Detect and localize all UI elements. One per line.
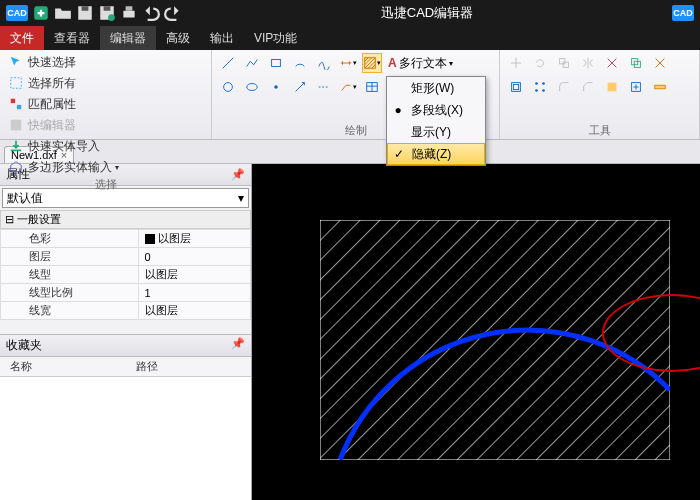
- drawing-canvas[interactable]: [252, 164, 700, 500]
- save-icon[interactable]: [76, 4, 94, 22]
- tool-fillet: [554, 77, 574, 97]
- group-label-tools: 工具: [506, 123, 693, 137]
- tool-point[interactable]: [266, 77, 286, 97]
- tool-line[interactable]: [218, 53, 238, 73]
- svg-rect-9: [11, 98, 15, 102]
- tool-dim[interactable]: ▾: [338, 53, 358, 73]
- prop-row-layer[interactable]: 图层0: [1, 248, 251, 266]
- cmd-match-props[interactable]: 匹配属性: [6, 95, 122, 114]
- svg-point-18: [274, 85, 278, 89]
- tool-chamfer: [578, 77, 598, 97]
- title-bar: CAD 迅捷CAD编辑器 CAD: [0, 0, 700, 26]
- svg-point-16: [224, 83, 233, 92]
- svg-rect-32: [655, 85, 666, 89]
- open-icon[interactable]: [54, 4, 72, 22]
- pin-icon[interactable]: 📌: [231, 168, 245, 181]
- svg-rect-10: [17, 104, 21, 108]
- dd-show[interactable]: 显示(Y): [387, 121, 485, 143]
- tool-block[interactable]: [602, 77, 622, 97]
- tool-table[interactable]: [362, 77, 382, 97]
- tool-move: [506, 53, 526, 73]
- svg-point-17: [247, 84, 258, 91]
- select-all-icon: [9, 76, 25, 92]
- dd-polyline[interactable]: ●多段线(X): [387, 99, 485, 121]
- menu-vip[interactable]: VIP功能: [244, 26, 307, 50]
- menu-editor[interactable]: 编辑器: [100, 26, 156, 50]
- editor-icon: [9, 118, 25, 134]
- new-icon[interactable]: [32, 4, 50, 22]
- tool-measure[interactable]: [650, 77, 670, 97]
- tool-leader[interactable]: ▾: [338, 77, 358, 97]
- fav-col-name[interactable]: 名称: [0, 357, 126, 376]
- fav-col-path[interactable]: 路径: [126, 357, 252, 376]
- tool-xline[interactable]: [314, 77, 334, 97]
- undo-icon[interactable]: [142, 4, 160, 22]
- svg-point-28: [535, 89, 538, 92]
- svg-rect-20: [560, 59, 565, 64]
- menu-viewer[interactable]: 查看器: [44, 26, 100, 50]
- svg-point-5: [108, 14, 115, 21]
- cmd-quick-select[interactable]: 快速选择: [6, 53, 122, 72]
- prop-row-color[interactable]: 色彩以图层: [1, 230, 251, 248]
- ribbon: 快速选择 选择所有 匹配属性 快编辑器 快速实体导入 多边形实体输入▾ 选择 ▾…: [0, 50, 700, 140]
- match-icon: [9, 97, 25, 113]
- svg-rect-2: [82, 6, 89, 11]
- menu-output[interactable]: 输出: [200, 26, 244, 50]
- app-logo-icon: CAD: [6, 5, 28, 21]
- tool-circle[interactable]: [218, 77, 238, 97]
- favorites-columns: 名称 路径: [0, 357, 251, 377]
- polygon-icon: [9, 160, 25, 176]
- hatch-dropdown: 矩形(W) ●多段线(X) 显示(Y) ✓隐藏(Z): [386, 76, 486, 166]
- print-icon[interactable]: [120, 4, 138, 22]
- prop-section[interactable]: ⊟ 一般设置: [0, 210, 251, 229]
- svg-point-26: [535, 82, 538, 85]
- redo-icon[interactable]: [164, 4, 182, 22]
- tool-spline[interactable]: [314, 53, 334, 73]
- tool-copy[interactable]: [626, 53, 646, 73]
- import-icon: [9, 139, 25, 155]
- cmd-quick-import[interactable]: 快速实体导入: [6, 137, 122, 156]
- tool-ray[interactable]: [290, 77, 310, 97]
- left-panel: 属性📌 默认值▾ ⊟ 一般设置 色彩以图层 图层0 线型以图层 线型比例1 线宽…: [0, 164, 252, 500]
- prop-row-lscale[interactable]: 线型比例1: [1, 284, 251, 302]
- tool-trim[interactable]: [650, 53, 670, 73]
- menu-file[interactable]: 文件: [0, 26, 44, 50]
- tool-insert[interactable]: [626, 77, 646, 97]
- tool-array[interactable]: [530, 77, 550, 97]
- prop-row-lwidth[interactable]: 线宽以图层: [1, 302, 251, 320]
- tool-hatch[interactable]: ▾: [362, 53, 382, 73]
- favorites-body: [0, 377, 251, 500]
- saveas-icon[interactable]: [98, 4, 116, 22]
- default-combo[interactable]: 默认值▾: [2, 188, 249, 208]
- tool-polyline[interactable]: [242, 53, 262, 73]
- svg-rect-21: [563, 62, 568, 67]
- tool-ellipse[interactable]: [242, 77, 262, 97]
- properties-table: 色彩以图层 图层0 线型以图层 线型比例1 线宽以图层: [0, 229, 251, 320]
- favorites-header: 收藏夹📌: [0, 334, 251, 357]
- prop-row-linetype[interactable]: 线型以图层: [1, 266, 251, 284]
- cursor-icon: [9, 55, 25, 71]
- menu-bar: 文件 查看器 编辑器 高级 输出 VIP功能: [0, 26, 700, 50]
- dd-hide[interactable]: ✓隐藏(Z): [387, 143, 485, 165]
- color-swatch-icon: [145, 234, 155, 244]
- tool-arc[interactable]: [290, 53, 310, 73]
- tool-explode[interactable]: [602, 53, 622, 73]
- tool-mtext[interactable]: A多行文本▾: [386, 53, 455, 73]
- tool-offset[interactable]: [506, 77, 526, 97]
- svg-rect-35: [320, 220, 670, 460]
- svg-point-29: [542, 89, 545, 92]
- svg-rect-7: [126, 6, 133, 11]
- tool-scale: [554, 53, 574, 73]
- cmd-select-all[interactable]: 选择所有: [6, 74, 122, 93]
- svg-line-13: [223, 58, 234, 69]
- pin-icon-fav[interactable]: 📌: [231, 337, 245, 354]
- app-title: 迅捷CAD编辑器: [182, 4, 672, 22]
- svg-rect-30: [608, 83, 617, 92]
- cmd-poly-import[interactable]: 多边形实体输入▾: [6, 158, 122, 177]
- tool-rect[interactable]: [266, 53, 286, 73]
- chevron-down-icon: ▾: [238, 191, 244, 205]
- dd-rect[interactable]: 矩形(W): [387, 77, 485, 99]
- svg-point-27: [542, 82, 545, 85]
- menu-advanced[interactable]: 高级: [156, 26, 200, 50]
- svg-rect-14: [272, 60, 281, 67]
